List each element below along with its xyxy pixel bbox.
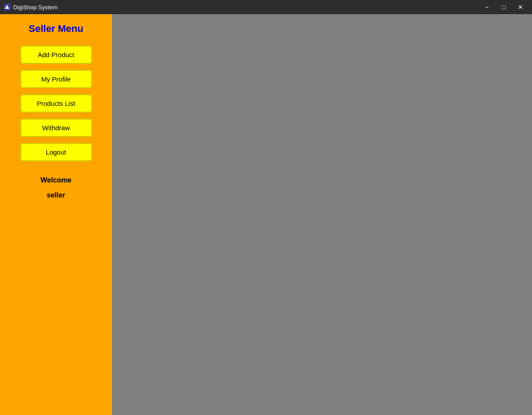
logout-button[interactable]: Logout (20, 143, 92, 161)
app-icon (4, 4, 11, 11)
add-product-button[interactable]: Add Product (20, 46, 92, 64)
sidebar-title: Seller Menu (29, 23, 83, 35)
sidebar: Seller Menu Add Product My Profile Produ… (0, 14, 112, 415)
titlebar-controls: − □ ✕ (479, 1, 528, 13)
my-profile-button[interactable]: My Profile (20, 70, 92, 88)
minimize-button[interactable]: − (479, 1, 495, 13)
titlebar-title: DigiShop System (13, 4, 58, 11)
close-button[interactable]: ✕ (513, 1, 528, 13)
welcome-label: Welcome (41, 176, 72, 184)
titlebar: DigiShop System − □ ✕ (0, 0, 532, 14)
withdraw-button[interactable]: Withdraw (20, 119, 92, 137)
maximize-button[interactable]: □ (496, 1, 512, 13)
app-body: Seller Menu Add Product My Profile Produ… (0, 14, 532, 415)
main-content (112, 14, 532, 415)
titlebar-left: DigiShop System (4, 4, 58, 11)
user-label: seller (47, 191, 66, 199)
products-list-button[interactable]: Products List (20, 94, 92, 112)
